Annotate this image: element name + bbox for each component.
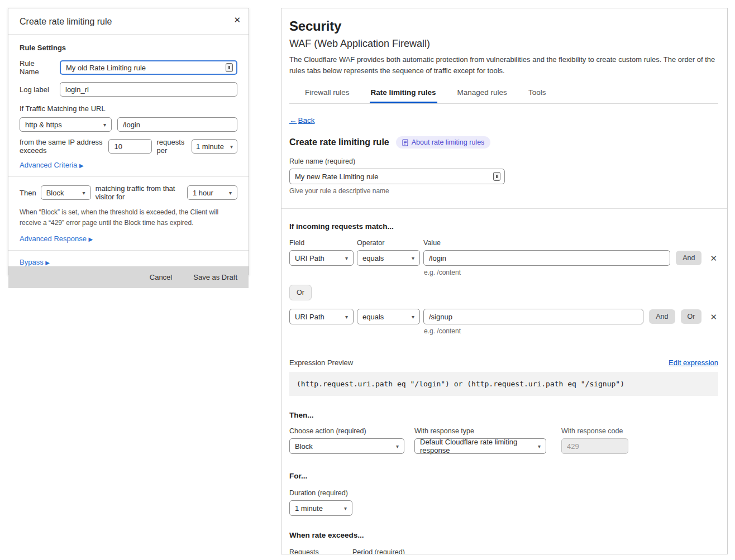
value-column-label: Value [423, 239, 441, 247]
operator-column-label: Operator [357, 239, 423, 247]
chevron-down-icon: ▾ [412, 255, 414, 261]
field-select[interactable]: URI Path ▾ [289, 309, 354, 324]
requests-label: Requests (required) [289, 548, 347, 554]
chevron-down-icon: ▾ [412, 314, 414, 320]
operator-select[interactable]: equals ▾ [357, 309, 420, 324]
field-select[interactable]: URI Path ▾ [289, 250, 354, 266]
chevron-down-icon: ▾ [83, 190, 85, 196]
tab-managed-rules[interactable]: Managed rules [456, 85, 508, 103]
document-icon [402, 139, 408, 146]
duration-select[interactable]: 1 minute ▾ [289, 500, 352, 516]
for-heading: For... [289, 472, 718, 480]
choose-action-label: Choose action (required) [289, 427, 404, 435]
rule-name-input[interactable] [60, 60, 237, 75]
rule-name-label: Rule name (required) [289, 157, 718, 165]
exceeds-prefix-text: from the same IP address exceeds [20, 138, 104, 155]
waf-page: Security WAF (Web Application Firewall) … [281, 8, 728, 554]
back-arrow-icon: ← [289, 116, 297, 125]
action-select[interactable]: Block ▾ [41, 185, 91, 200]
and-button[interactable]: And [649, 309, 675, 324]
divider [8, 250, 249, 251]
scheme-select[interactable]: http & https ▾ [20, 117, 112, 132]
log-label-input[interactable] [60, 82, 237, 97]
autofill-icon [493, 172, 500, 181]
value-input[interactable] [423, 309, 643, 324]
response-type-col: With response type Default Cloudflare ra… [414, 419, 546, 454]
page-title: Security [289, 18, 718, 34]
chevron-down-icon: ▾ [538, 443, 541, 449]
advanced-criteria-link[interactable]: Advanced Criteria ▶ [20, 161, 84, 169]
save-as-draft-button[interactable]: Save as Draft [193, 273, 237, 281]
action-row: Then Block ▾ matching traffic from that … [20, 184, 237, 201]
chevron-down-icon: ▾ [103, 122, 106, 128]
dialog-title: Create rate limiting rule [20, 17, 237, 27]
rule-name-helper: Give your rule a descriptive name [289, 187, 718, 195]
value-input[interactable] [423, 250, 670, 266]
then-label: Then [20, 189, 36, 197]
remove-condition-icon[interactable]: ✕ [710, 313, 717, 321]
edit-expression-link[interactable]: Edit expression [669, 358, 718, 367]
back-link[interactable]: ←Back [289, 116, 315, 125]
rule-name-inputwrap [60, 60, 237, 75]
rule-settings-heading: Rule Settings [20, 44, 237, 52]
threshold-row: from the same IP address exceeds request… [20, 138, 237, 155]
dialog-footer: Cancel Save as Draft [8, 266, 249, 288]
tab-bar: Firewall rules Rate limiting rules Manag… [289, 85, 718, 104]
tab-rate-limiting-rules[interactable]: Rate limiting rules [370, 85, 437, 103]
and-button[interactable]: And [676, 251, 701, 265]
value-helper: e.g. /content [424, 269, 718, 276]
tab-tools[interactable]: Tools [527, 85, 547, 103]
divider [281, 208, 727, 209]
or-connector-button[interactable]: Or [289, 285, 312, 300]
caret-right-icon: ▶ [79, 162, 84, 169]
period-select[interactable]: 1 minute ▾ [192, 139, 237, 154]
about-rate-limiting-badge[interactable]: About rate limiting rules [396, 136, 491, 149]
field-column-label: Field [289, 239, 357, 247]
log-label-label: Log label [20, 85, 54, 94]
form-title: Create rate limiting rule [289, 137, 389, 147]
advanced-response-link[interactable]: Advanced Response ▶ [20, 234, 93, 243]
requests-input[interactable] [108, 139, 152, 154]
caret-right-icon: ▶ [89, 236, 93, 242]
action-select[interactable]: Block ▾ [289, 438, 404, 454]
or-connector-wrap: Or [289, 285, 718, 300]
dialog-header: Create rate limiting rule ✕ [8, 8, 249, 35]
then-suffix-text: matching traffic from that visitor for [96, 184, 183, 201]
then-heading: Then... [289, 411, 718, 419]
rule-name-row: Rule Name [20, 59, 237, 76]
expression-code: (http.request.uri.path eq "/login") or (… [289, 372, 718, 396]
rule-name-label: Rule Name [20, 59, 54, 76]
response-code-label: With response code [561, 427, 628, 435]
autofill-icon [226, 63, 233, 72]
url-input[interactable] [117, 117, 237, 132]
chevron-down-icon: ▾ [396, 443, 399, 449]
chevron-down-icon: ▾ [230, 143, 233, 150]
caret-right-icon: ▶ [45, 260, 50, 266]
tab-firewall-rules[interactable]: Firewall rules [304, 85, 351, 103]
response-code-input [561, 438, 628, 454]
condition-row: URI Path ▾ equals ▾ And ✕ [289, 250, 718, 266]
rate-labels: Requests (required) Period (required) [289, 539, 718, 554]
bypass-link[interactable]: Bypass ▶ [20, 258, 50, 266]
exceeds-suffix-text: requests per [156, 138, 187, 155]
close-icon[interactable]: ✕ [233, 15, 241, 25]
operator-select[interactable]: equals ▾ [357, 250, 420, 266]
log-label-row: Log label [20, 82, 237, 97]
then-controls: Choose action (required) Block ▾ With re… [289, 419, 718, 454]
block-duration-select[interactable]: 1 hour ▾ [187, 185, 237, 200]
rate-heading: When rate exceeds... [289, 531, 718, 539]
rule-name-input[interactable] [289, 169, 505, 184]
cancel-button[interactable]: Cancel [150, 273, 172, 281]
or-button[interactable]: Or [681, 309, 702, 324]
page-subtitle: WAF (Web Application Firewall) [289, 38, 718, 50]
value-helper: e.g. /content [424, 327, 718, 335]
condition-column-labels: Field Operator Value [289, 239, 718, 247]
traffic-match-label: If Traffic Matching the URL [20, 104, 237, 113]
divider [8, 176, 249, 177]
url-match-row: http & https ▾ [20, 117, 237, 132]
period-label: Period (required) [352, 548, 412, 554]
form-title-row: Create rate limiting rule About rate lim… [289, 136, 718, 149]
response-type-select[interactable]: Default Cloudflare rate limiting respons… [414, 438, 546, 454]
remove-condition-icon[interactable]: ✕ [710, 254, 717, 262]
action-col: Choose action (required) Block ▾ [289, 419, 404, 454]
